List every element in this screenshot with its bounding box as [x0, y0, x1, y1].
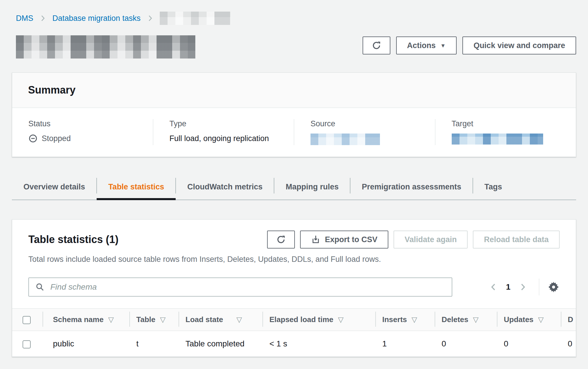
column-label: Load state — [185, 315, 223, 324]
sort-icon: ▽ — [160, 315, 166, 324]
tab-tags[interactable]: Tags — [473, 176, 514, 200]
sort-icon: ▽ — [411, 315, 417, 324]
cell-deletes: 0 — [435, 331, 497, 357]
column-header-elapsed-load-time[interactable]: Elapsed load time▽ — [262, 308, 375, 331]
redacted-source-endpoint — [310, 134, 380, 145]
tab-cloudwatch-metrics[interactable]: CloudWatch metrics — [176, 176, 274, 200]
row-select-cell — [12, 331, 43, 357]
column-header-deletes[interactable]: Deletes▽ — [435, 308, 497, 331]
summary-source-column: Source — [294, 119, 435, 145]
quick-view-and-compare-button[interactable]: Quick view and compare — [462, 36, 576, 54]
quick-view-label: Quick view and compare — [473, 41, 565, 50]
refresh-button[interactable] — [363, 36, 390, 54]
summary-card-body: Status Stopped Type Full load, ongoing r… — [12, 108, 576, 157]
chevron-right-icon — [146, 14, 154, 22]
sort-icon: ▽ — [538, 315, 544, 324]
chevron-left-icon — [489, 283, 498, 291]
target-label: Target — [452, 119, 576, 128]
row-checkbox[interactable] — [23, 340, 31, 348]
column-label: Schema name — [53, 315, 104, 324]
chevron-right-icon — [519, 283, 527, 291]
table-statistics-header: Table statistics (1) — [12, 220, 576, 249]
export-to-csv-button[interactable]: Export to CSV — [300, 231, 389, 249]
column-header-updates[interactable]: Updates▽ — [497, 308, 561, 331]
dms-task-page: DMS Database migration tasks A — [0, 12, 588, 357]
stopped-circle-minus-icon — [28, 134, 38, 143]
table-statistics-description: Total rows include loaded source table r… — [12, 254, 576, 264]
find-schema-input[interactable] — [50, 278, 445, 296]
select-all-checkbox[interactable] — [23, 316, 31, 324]
column-label: Table — [136, 315, 155, 324]
sort-icon: ▽ — [236, 315, 242, 324]
reload-table-data-label: Reload table data — [484, 235, 549, 244]
sort-icon: ▽ — [473, 315, 479, 324]
preferences-button[interactable] — [547, 281, 560, 293]
download-icon — [311, 235, 320, 244]
previous-page-button[interactable] — [487, 281, 499, 293]
reload-table-data-button: Reload table data — [473, 231, 560, 249]
column-header-ddls-clipped[interactable]: D — [561, 308, 576, 331]
summary-type-column: Type Full load, ongoing replication — [153, 119, 294, 145]
summary-title: Summary — [28, 84, 560, 96]
column-label: Updates — [504, 315, 534, 324]
actions-button[interactable]: Actions ▼ — [396, 36, 457, 54]
column-label: Elapsed load time — [269, 315, 333, 324]
column-label: Deletes — [442, 315, 468, 324]
redacted-target-endpoint — [452, 134, 543, 145]
refresh-icon — [276, 235, 286, 244]
search-icon — [35, 282, 45, 292]
column-header-load-state[interactable]: Load state▽ — [179, 308, 262, 331]
summary-card-header: Summary — [12, 73, 576, 108]
target-value — [452, 134, 576, 145]
tab-mapping-rules[interactable]: Mapping rules — [274, 176, 350, 200]
header-actions: Actions ▼ Quick view and compare — [363, 36, 576, 54]
redacted-task-title — [16, 35, 195, 59]
current-page-number: 1 — [506, 282, 510, 292]
pagination-divider — [539, 279, 539, 295]
cell-elapsed-load-time: < 1 s — [262, 331, 375, 357]
column-header-inserts[interactable]: Inserts▽ — [375, 308, 435, 331]
filter-row: 1 — [12, 264, 576, 308]
tab-overview-details[interactable]: Overview details — [12, 176, 97, 200]
status-label: Status — [28, 119, 153, 128]
table-row: public t Table completed < 1 s 1 0 0 0 — [12, 331, 576, 357]
table-statistics-title: Table statistics (1) — [28, 233, 118, 246]
page-title — [16, 35, 195, 59]
table-statistics-table: Schema name▽ Table▽ Load state▽ Elapsed … — [12, 308, 576, 357]
table-statistics-actions: Export to CSV Validate again Reload tabl… — [267, 231, 560, 249]
status-text: Stopped — [42, 134, 71, 143]
validate-again-button: Validate again — [394, 231, 468, 249]
breadcrumb-dms-link[interactable]: DMS — [16, 14, 33, 23]
cell-load-state: Table completed — [179, 331, 262, 357]
column-header-table[interactable]: Table▽ — [129, 308, 179, 331]
select-all-header — [12, 308, 43, 331]
page-header: Actions ▼ Quick view and compare — [12, 35, 576, 59]
column-header-schema-name[interactable]: Schema name▽ — [43, 308, 129, 331]
caret-down-icon: ▼ — [440, 43, 446, 48]
gear-icon — [547, 281, 560, 293]
summary-target-column: Target — [435, 119, 576, 145]
sort-icon: ▽ — [108, 315, 114, 324]
cell-table: t — [129, 331, 179, 357]
sort-icon: ▽ — [338, 315, 343, 324]
tab-table-statistics[interactable]: Table statistics — [97, 176, 176, 200]
type-value: Full load, ongoing replication — [170, 134, 294, 143]
source-label: Source — [310, 119, 435, 128]
type-label: Type — [170, 119, 294, 128]
tab-premigration-assessments[interactable]: Premigration assessments — [350, 176, 473, 200]
chevron-right-icon — [39, 14, 47, 22]
table-refresh-button[interactable] — [267, 231, 295, 249]
status-value: Stopped — [28, 134, 153, 143]
validate-again-label: Validate again — [405, 235, 457, 244]
column-label: Inserts — [382, 315, 407, 324]
next-page-button[interactable] — [517, 281, 529, 293]
column-label: D — [568, 315, 573, 324]
schema-search-box — [28, 277, 452, 297]
summary-status-column: Status Stopped — [12, 119, 153, 145]
cell-ddls: 0 — [561, 331, 576, 357]
breadcrumb-tasks-link[interactable]: Database migration tasks — [52, 14, 141, 23]
table-header-row: Schema name▽ Table▽ Load state▽ Elapsed … — [12, 308, 576, 331]
breadcrumb-redacted-task-name — [160, 12, 230, 25]
pagination: 1 — [487, 279, 560, 295]
cell-inserts: 1 — [375, 331, 435, 357]
